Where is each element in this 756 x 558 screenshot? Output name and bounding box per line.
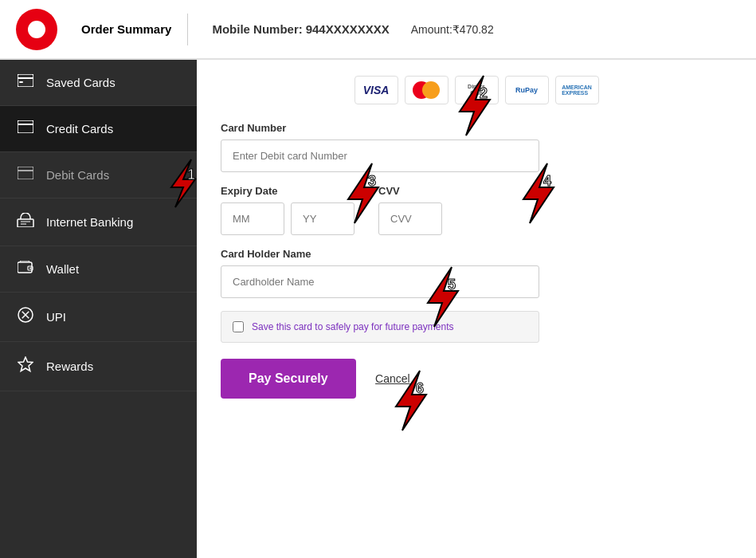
- upi-icon: [16, 307, 35, 327]
- cardholder-group: Card Holder Name: [221, 248, 732, 298]
- cvv-label: CVV: [378, 185, 442, 197]
- content-area: VISA DinersClub RuPay AMERICANEXPRESS Ca: [197, 60, 756, 558]
- save-card-checkbox[interactable]: [233, 321, 244, 332]
- expiry-group: Expiry Date: [221, 185, 354, 235]
- wallet-label: Wallet: [46, 262, 79, 276]
- cardholder-input[interactable]: [221, 265, 539, 298]
- svg-rect-2: [19, 81, 23, 83]
- sidebar-item-saved-cards[interactable]: Saved Cards: [0, 60, 197, 106]
- cancel-link[interactable]: Cancel: [375, 372, 410, 385]
- order-summary-label: Order Summary: [81, 22, 171, 36]
- vodafone-logo: [16, 9, 57, 50]
- svg-rect-7: [18, 219, 33, 227]
- expiry-cvv-group: Expiry Date CVV: [221, 185, 732, 235]
- cardholder-label: Card Holder Name: [221, 248, 732, 260]
- card-number-input[interactable]: [221, 140, 539, 172]
- rewards-label: Rewards: [46, 360, 93, 373]
- expiry-yy-input[interactable]: [291, 202, 354, 235]
- mastercard-logo: [405, 76, 449, 104]
- card-number-group: Card Number: [221, 122, 732, 172]
- rupay-logo: RuPay: [505, 76, 549, 104]
- save-card-row: Save this card to safely pay for future …: [221, 311, 539, 343]
- header: Order Summary Mobile Number: 944XXXXXXXX…: [0, 0, 756, 60]
- sidebar-item-credit-cards[interactable]: Credit Cards: [0, 106, 197, 152]
- credit-cards-icon: [16, 120, 35, 137]
- debit-cards-label: Debit Cards: [46, 168, 109, 182]
- internet-banking-label: Internet Banking: [46, 215, 133, 229]
- saved-cards-icon: [16, 74, 35, 91]
- logo-inner: [28, 21, 45, 38]
- svg-point-12: [29, 268, 31, 269]
- cvv-input[interactable]: [378, 202, 442, 235]
- amount-display: Amount:₹470.82: [405, 23, 494, 36]
- debit-cards-icon: [16, 167, 35, 183]
- svg-rect-0: [18, 74, 33, 87]
- arrow1-container: 1: [197, 147, 207, 214]
- sidebar-item-upi[interactable]: UPI: [0, 293, 197, 342]
- diners-logo: DinersClub: [455, 76, 499, 104]
- header-divider: [187, 14, 188, 45]
- credit-cards-label: Credit Cards: [46, 122, 113, 136]
- sidebar-item-wallet[interactable]: Wallet: [0, 246, 197, 293]
- expiry-label: Expiry Date: [221, 185, 354, 197]
- card-number-label: Card Number: [221, 122, 732, 134]
- action-buttons: Pay Securely Cancel: [221, 359, 732, 399]
- saved-cards-label: Saved Cards: [46, 76, 116, 89]
- card-logos-row: VISA DinersClub RuPay AMERICANEXPRESS: [221, 76, 732, 104]
- upi-label: UPI: [46, 310, 66, 324]
- svg-rect-5: [18, 167, 33, 179]
- expiry-mm-input[interactable]: [221, 202, 284, 235]
- pay-securely-button[interactable]: Pay Securely: [221, 359, 356, 399]
- wallet-icon: [16, 261, 35, 277]
- amex-logo: AMERICANEXPRESS: [555, 76, 599, 104]
- sidebar-item-rewards[interactable]: Rewards: [0, 342, 197, 391]
- cvv-group: CVV: [378, 185, 442, 235]
- svg-rect-3: [18, 120, 33, 133]
- internet-banking-icon: [16, 213, 35, 231]
- mobile-label: Mobile Number: 944XXXXXXXX: [212, 22, 389, 36]
- rewards-icon: [16, 356, 35, 376]
- main-layout: Saved Cards Credit Cards Debit Cards Int…: [0, 60, 756, 558]
- svg-marker-14: [18, 357, 33, 371]
- sidebar-item-debit-cards[interactable]: Debit Cards: [0, 152, 197, 198]
- visa-logo: VISA: [354, 76, 398, 104]
- sidebar-item-internet-banking[interactable]: Internet Banking: [0, 198, 197, 246]
- save-card-label: Save this card to safely pay for future …: [252, 321, 453, 332]
- svg-rect-10: [18, 262, 32, 273]
- sidebar: Saved Cards Credit Cards Debit Cards Int…: [0, 60, 197, 558]
